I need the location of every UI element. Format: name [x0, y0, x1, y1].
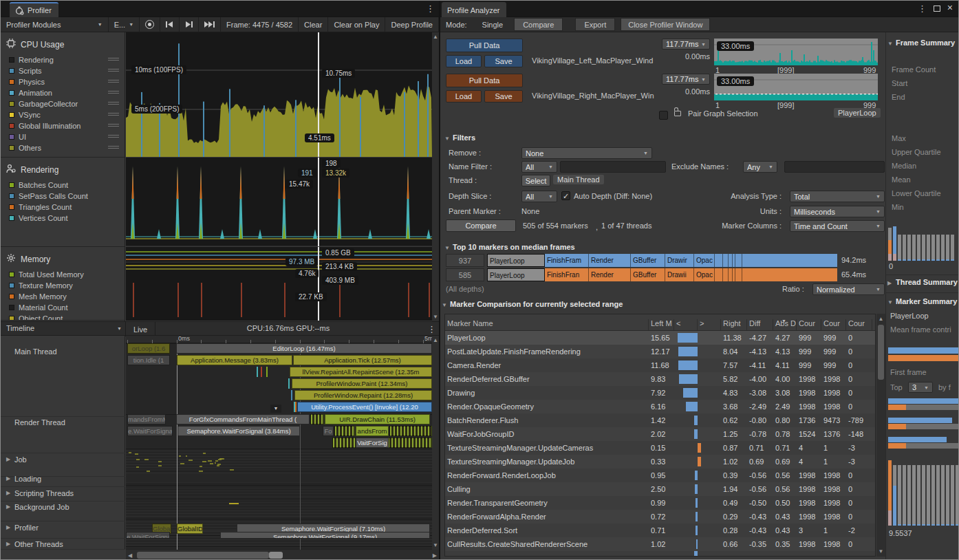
column-header-8[interactable]: Cour — [821, 319, 846, 330]
top10-segment[interactable]: FinishFran — [545, 268, 589, 281]
legend-item-texture-memory[interactable]: Texture Memory — [1, 280, 125, 291]
profile-analyzer-tab[interactable]: Profile Analyzer — [442, 2, 506, 17]
timeline-span[interactable]: ProfilerWindow.Paint (12.34ms) — [292, 378, 432, 389]
table-row[interactable]: TextureStreamingManager.UpdateJob0.331.0… — [445, 455, 875, 469]
table-row[interactable]: TextureStreamingManager.UpdateCameras0.1… — [445, 441, 875, 455]
timeline-span[interactable]: e.WaitForSigna — [126, 532, 170, 539]
drag-handle-icon[interactable] — [108, 124, 119, 128]
name-filter-input[interactable] — [560, 161, 666, 173]
legend-item-vertices-count[interactable]: Vertices Count — [1, 213, 125, 224]
remove-dropdown[interactable]: None▼ — [521, 147, 652, 159]
thread-select-button[interactable]: Select — [521, 175, 550, 186]
timeline-span[interactable]: Semaphore.WaitForSignal (3.84ms) — [177, 426, 300, 436]
depth-slice-dropdown[interactable]: All▼ — [521, 191, 557, 202]
table-row[interactable]: PlayerLoop15.6511.38-4.274.279999990 — [445, 331, 875, 345]
legend-item-batches-count[interactable]: Batches Count — [1, 180, 125, 191]
thread-row-loading[interactable]: ▶Loading — [1, 473, 125, 487]
timeline-span[interactable]: andsFrom — [356, 426, 389, 436]
column-header-6[interactable]: Abs D▼ — [773, 319, 797, 330]
column-header-marker-name[interactable]: Marker Name — [445, 319, 649, 330]
timeline-span[interactable]: GlobalID — [177, 524, 203, 534]
name-filter-mode-dropdown[interactable]: All▼ — [521, 161, 557, 173]
drag-handle-icon[interactable] — [108, 91, 119, 95]
legend-item-physics[interactable]: Physics — [1, 76, 125, 87]
timeline-span[interactable]: mandsFromMa — [127, 414, 166, 424]
legend-item-animation[interactable]: Animation — [1, 87, 125, 98]
top10-segment-small[interactable] — [715, 268, 723, 281]
top10-segment[interactable]: Render — [589, 254, 631, 267]
last-frame-button[interactable] — [199, 17, 221, 32]
close-icon[interactable]: × — [947, 2, 953, 13]
timeline-span[interactable]: Application.Message (3.83ms) — [177, 355, 292, 365]
table-row[interactable]: RenderForwardAlpha.Render0.720.29-0.430.… — [445, 510, 875, 524]
drag-handle-icon[interactable] — [108, 135, 119, 139]
legend-item-triangles-count[interactable]: Triangles Count — [1, 202, 125, 213]
mode-single-button[interactable]: Single — [473, 17, 513, 32]
timeline-span[interactable]: Fo — [323, 426, 334, 436]
expand-chip-icon[interactable]: ▼ — [270, 405, 281, 413]
top10-segment-small[interactable] — [735, 268, 742, 281]
timeline-span[interactable] — [389, 426, 432, 436]
legend-item-ui[interactable]: UI — [1, 131, 125, 142]
top10-segment[interactable]: Opac — [694, 268, 715, 281]
filters-fold-icon[interactable]: ▼ — [444, 136, 450, 142]
column-header-2[interactable]: < — [674, 319, 698, 330]
timeline-view-dropdown[interactable]: Timeline▼ — [6, 324, 122, 332]
legend-item-vsync[interactable]: VSync — [1, 109, 125, 120]
clear-button[interactable]: Clear — [299, 17, 328, 32]
timeline-span[interactable]: UIR.DrawChain (11.53ms) — [325, 414, 430, 424]
legend-item-garbagecollector[interactable]: GarbageCollector — [1, 98, 125, 109]
top-n-dropdown[interactable]: 3▼ — [908, 382, 933, 393]
top10-segment-small[interactable] — [715, 254, 723, 267]
timeline-span[interactable]: tion.Idle (1 — [127, 355, 170, 365]
timeline-live-button[interactable]: Live — [125, 322, 155, 336]
timeline-span[interactable]: llView.RepaintAll.RepaintScene (12.35m — [290, 367, 432, 377]
scroll-down-icon[interactable]: ▼ — [876, 548, 885, 554]
analyzer-menu-icon[interactable]: ⋮ — [918, 3, 927, 14]
marker-columns-dropdown[interactable]: Time and Count▼ — [790, 220, 885, 232]
timeline-span[interactable]: Application.Tick (12.57ms) — [293, 355, 432, 365]
top10-segment[interactable]: Drawii — [665, 268, 694, 281]
profiler-menu-icon[interactable]: ⋮ — [426, 3, 435, 14]
record-button[interactable] — [140, 17, 160, 32]
table-row[interactable]: BatchRenderer.Flush1.420.62-0.800.801736… — [445, 413, 875, 427]
maximize-icon[interactable] — [934, 6, 940, 12]
legend-item-material-count[interactable]: Material Count — [1, 302, 125, 313]
timeline-chart-area[interactable]: 0ms5msorLoop (1.6EditorLoop (16.47ms)tio… — [126, 336, 432, 550]
comparison-fold-icon[interactable]: ▼ — [442, 302, 447, 308]
timeline-span[interactable]: EditorLoop (16.47ms) — [176, 343, 432, 354]
timeline-span[interactable] — [334, 426, 355, 436]
pull-data-button[interactable]: Pull Data — [446, 74, 523, 87]
range-max-dropdown[interactable]: 117.77ms▼ — [662, 39, 710, 50]
frame-time-graph[interactable]: 33.00ms — [714, 39, 878, 65]
exclude-mode-dropdown[interactable]: Any▼ — [743, 161, 777, 173]
legend-item-others[interactable]: Others — [1, 142, 125, 153]
table-row[interactable]: Render.OpaqueGeometry6.163.68-2.492.4919… — [445, 400, 875, 413]
top10-marker-bar[interactable]: PlayerLoopFinishFramRenderGBufferDrawirO… — [487, 254, 837, 267]
frame-time-graph[interactable]: 33.00ms — [714, 74, 878, 100]
profiler-modules-dropdown[interactable]: Profiler Modules▼ — [1, 17, 109, 32]
timeline-span[interactable]: Utility.ProcessEvent() [Invoke] (12.20 — [297, 402, 432, 412]
save-button[interactable]: Save — [484, 90, 523, 103]
load-button[interactable]: Load — [446, 90, 482, 103]
frame-summary-fold-icon[interactable]: ▼ — [887, 41, 893, 47]
thread-foldout-icon[interactable]: ▶ — [6, 541, 10, 547]
pair-graph-checkbox[interactable] — [659, 111, 668, 120]
legend-item-scripts[interactable]: Scripts — [1, 65, 125, 76]
timeline-span[interactable]: orLoop (1.6 — [127, 343, 170, 354]
ratio-dropdown[interactable]: Normalized▼ — [812, 283, 885, 295]
table-row[interactable]: CullResults.CreateSharedRendererScene1.0… — [445, 537, 875, 551]
top10-segment-small[interactable] — [723, 268, 729, 281]
column-header-4[interactable]: Right — [721, 319, 747, 330]
timeline-span[interactable]: e.WaitForSigna — [127, 426, 173, 436]
cpu-usage-chart[interactable]: 10ms (100FPS)5ms (200FPS)10.75ms4.51ms — [126, 32, 432, 157]
drag-handle-icon[interactable] — [108, 146, 119, 150]
compare-button[interactable]: Compare — [446, 219, 516, 232]
deep-profile-button[interactable]: Deep Profile — [385, 17, 439, 32]
top10-marker-bar[interactable]: PlayerLoopFinishFranRenderGBufferDrawiiO… — [487, 268, 837, 281]
legend-item-setpass-calls-count[interactable]: SetPass Calls Count — [1, 191, 125, 202]
drag-handle-icon[interactable] — [108, 113, 119, 117]
thread-foldout-icon[interactable]: ▶ — [6, 524, 10, 530]
timeline-menu-icon[interactable]: ⋮ — [427, 324, 436, 334]
scroll-thumb[interactable] — [878, 325, 884, 380]
